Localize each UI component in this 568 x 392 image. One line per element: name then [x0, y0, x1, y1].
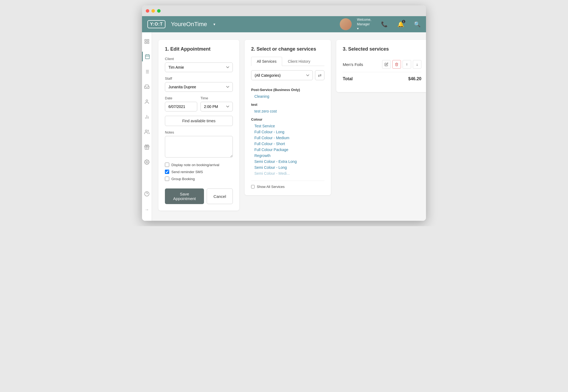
find-times-button[interactable]: Find available times [165, 116, 233, 126]
service-link-full-colour-long[interactable]: Full Colour - Long [251, 129, 324, 135]
sidebar-item-clients[interactable] [142, 97, 152, 107]
cancel-button[interactable]: Cancel [207, 188, 233, 204]
maximize-button[interactable] [157, 9, 161, 13]
sms-reminder-label: Send reminder SMS [171, 170, 203, 174]
group-booking-checkbox[interactable] [165, 177, 169, 181]
topnav: Y:O:T YoureOnTime ▾ Welcome, Manager ▾ 📞… [142, 16, 426, 32]
service-link-full-colour-medium[interactable]: Full Colour - Medium [251, 135, 324, 141]
notification-badge: 1 [401, 19, 406, 24]
svg-point-18 [145, 130, 147, 132]
service-link-test-service[interactable]: Test Service [251, 123, 324, 129]
service-link-full-colour-package[interactable]: Full Colour Package [251, 147, 324, 153]
refresh-button[interactable]: ⇄ [315, 70, 324, 80]
service-link-semi-colour-extra-long[interactable]: Semi Colour - Extra Long [251, 159, 324, 164]
section-title-post-service: Post-Service (Business Only) [251, 88, 324, 92]
client-select[interactable]: Tim Amie [165, 62, 233, 72]
time-field-group: Time 2:00 PM [200, 96, 233, 111]
service-link-full-colour-short[interactable]: Full Colour - Short [251, 141, 324, 147]
move-down-button[interactable]: ↓ [413, 60, 421, 69]
svg-rect-1 [147, 40, 149, 41]
service-link-regrowth[interactable]: Regrowth [251, 153, 324, 159]
notes-input[interactable] [165, 136, 233, 158]
sidebar-item-gifts[interactable] [142, 142, 152, 152]
staff-field-group: Staff Junanita Dupree [165, 76, 233, 92]
total-value: $46.20 [408, 76, 421, 81]
welcome-text: Welcome, Manager ▾ [357, 18, 371, 31]
display-note-checkbox[interactable] [165, 163, 169, 167]
sms-checkbox-row: Send reminder SMS [165, 170, 233, 174]
svg-point-21 [146, 162, 148, 163]
display-note-label: Display note on booking/arrival [171, 163, 219, 167]
staff-label: Staff [165, 76, 233, 80]
service-link-test-zero-cost[interactable]: test zero cost [251, 108, 324, 114]
panel3-title: 3. Selected services [343, 46, 421, 52]
tab-client-history[interactable]: Client History [282, 57, 316, 66]
sidebar-item-appointments[interactable] [142, 67, 152, 76]
sidebar-item-calendar[interactable] [142, 52, 152, 61]
notes-label: Notes [165, 130, 233, 134]
show-all-label: Show All Services [257, 185, 285, 189]
section-title-test: test [251, 103, 324, 107]
avatar-image [340, 18, 352, 30]
save-appointment-button[interactable]: Save Appointment [165, 188, 204, 204]
selected-service-item: Men's Foils ↑ ↓ [343, 57, 421, 72]
category-row: (All Categories) Post-Service (Business … [251, 70, 324, 80]
client-field-group: Client Tim Amie [165, 57, 233, 72]
svg-point-14 [146, 100, 148, 102]
sidebar-item-settings[interactable] [142, 157, 152, 167]
show-all-checkbox[interactable] [251, 185, 255, 188]
svg-rect-3 [147, 42, 149, 44]
delete-service-button[interactable] [392, 60, 401, 69]
group-booking-checkbox-row: Group Booking [165, 177, 233, 181]
total-label: Total [343, 76, 353, 81]
time-select[interactable]: 2:00 PM [200, 102, 233, 111]
total-row: Total $46.20 [343, 72, 421, 86]
search-icon[interactable]: 🔍 [414, 21, 421, 27]
date-label: Date [165, 96, 197, 100]
avatar [340, 18, 352, 30]
service-link-cleaning[interactable]: Cleaning [251, 93, 324, 99]
service-list: Post-Service (Business Only) Cleaning te… [251, 85, 324, 176]
services-tabs: All Services Client History [251, 57, 324, 66]
select-services-panel: 2. Select or change services All Service… [245, 40, 331, 195]
brand-name: YoureOnTime [171, 21, 207, 28]
date-time-row: Date Time 2:00 PM [165, 96, 233, 116]
display-note-checkbox-row: Display note on booking/arrival [165, 163, 233, 167]
edit-appointment-panel: 1. Edit Appointment Client Tim Amie Staf… [158, 40, 239, 211]
move-up-button[interactable]: ↑ [403, 60, 411, 69]
minimize-button[interactable] [151, 9, 155, 13]
titlebar [142, 5, 426, 16]
notification-icon[interactable]: 🔔 1 [397, 21, 404, 27]
brand-dropdown-icon[interactable]: ▾ [213, 22, 215, 26]
sms-reminder-checkbox[interactable] [165, 170, 169, 174]
staff-select[interactable]: Junanita Dupree [165, 82, 233, 92]
logo: Y:O:T [147, 20, 165, 28]
service-actions: ↑ ↓ [382, 60, 421, 69]
section-title-colour: Colour [251, 117, 324, 121]
sidebar-item-dashboard[interactable] [142, 37, 152, 46]
phone-icon[interactable]: 📞 [381, 21, 388, 27]
sidebar-collapse-button[interactable]: → [145, 207, 149, 216]
tab-all-services[interactable]: All Services [251, 57, 282, 66]
notes-field-group: Notes [165, 130, 233, 158]
sidebar-item-inbox[interactable] [142, 82, 152, 92]
sidebar: → [142, 32, 152, 221]
edit-service-button[interactable] [382, 60, 391, 69]
svg-rect-0 [145, 40, 147, 41]
app-body: → 1. Edit Appointment Client Tim Amie St… [142, 32, 426, 221]
app-window: Y:O:T YoureOnTime ▾ Welcome, Manager ▾ 📞… [142, 5, 426, 221]
form-action-row: Save Appointment Cancel [165, 188, 233, 204]
date-input[interactable] [165, 102, 197, 111]
main-content: 1. Edit Appointment Client Tim Amie Staf… [152, 32, 426, 221]
sidebar-item-reports[interactable] [142, 112, 152, 122]
sidebar-item-groups[interactable] [142, 127, 152, 137]
time-label: Time [200, 96, 233, 100]
manager-label[interactable]: Manager ▾ [357, 22, 371, 31]
client-label: Client [165, 57, 233, 61]
close-button[interactable] [146, 9, 149, 13]
category-select[interactable]: (All Categories) Post-Service (Business … [251, 70, 313, 80]
group-booking-label: Group Booking [171, 177, 195, 181]
service-link-semi-colour-long[interactable]: Semi Colour - Long [251, 164, 324, 170]
service-link-semi-colour-medium[interactable]: Semi Colour - Medi... [251, 170, 324, 176]
sidebar-item-help[interactable] [142, 189, 152, 199]
